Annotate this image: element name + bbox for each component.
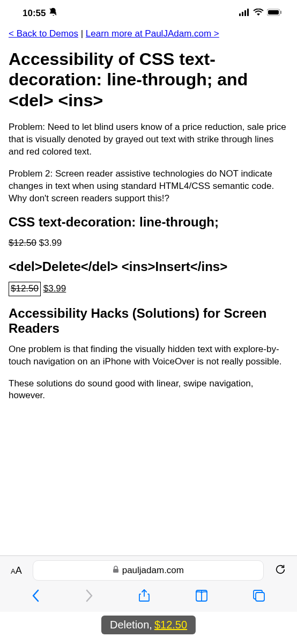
browser-toolbar [5,581,292,608]
forward-button[interactable] [80,586,98,608]
page-title: Accessibility of CSS text-decoration: li… [9,49,288,111]
hacks-p1: One problem is that finding the visually… [9,343,288,368]
svg-rect-8 [113,569,118,573]
back-to-demos-link[interactable]: < Back to Demos [9,28,78,39]
old-price-1: $12.50 [9,238,36,248]
status-bar: 10:55 [0,0,297,23]
text-size-button[interactable]: AA [5,562,27,580]
address-bar[interactable]: pauljadam.com [33,560,264,581]
svg-rect-3 [244,10,246,16]
svg-rect-6 [268,10,279,14]
problem-2-text: Problem 2: Screen reader assistive techn… [9,168,288,205]
new-price-1: $3.99 [39,238,62,248]
url-domain: pauljadam.com [122,565,184,576]
status-right [239,8,282,19]
price-row-1: $12.50 $3.99 [9,237,288,250]
breadcrumb: < Back to Demos | Learn more at PaulJAda… [9,28,288,39]
section-css-line-through: CSS text-decoration: line-through; [9,215,288,230]
caption-value: $12.50 [154,619,187,631]
tabs-button[interactable] [248,587,270,607]
lock-icon [113,565,119,576]
voiceover-caption: Deletion, $12.50 [101,616,196,634]
learn-more-link[interactable]: Learn more at PaulJAdam.com > [86,28,219,39]
wifi-icon [253,8,264,19]
svg-rect-1 [239,13,241,16]
section-del-ins: <del>Delete</del> <ins>Insert</ins> [9,259,288,274]
caption-prefix: Deletion, [110,619,152,631]
status-time: 10:55 [23,8,46,19]
svg-rect-4 [247,9,249,16]
share-button[interactable] [133,587,155,607]
bell-off-icon [49,8,57,19]
back-button[interactable] [27,586,45,608]
page-content: < Back to Demos | Learn more at PaulJAda… [0,23,297,560]
svg-rect-2 [242,12,243,16]
price-row-2: $12.50 $3.99 [9,282,288,296]
browser-chrome: AA pauljadam.com [0,555,297,612]
section-accessibility-hacks: Accessibility Hacks (Solutions) for Scre… [9,306,288,336]
refresh-button[interactable] [269,560,292,581]
hacks-p2: These solutions do sound good with linea… [9,378,288,402]
separator: | [78,28,86,39]
url-row: AA pauljadam.com [5,560,292,581]
new-price-2: $3.99 [43,283,66,294]
problem-1-text: Problem: Need to let blind users know of… [9,121,288,158]
old-price-2-selected[interactable]: $12.50 [9,282,41,296]
svg-rect-7 [280,11,281,14]
bookmarks-button[interactable] [190,587,213,607]
svg-rect-9 [256,592,264,601]
signal-icon [239,8,250,19]
battery-icon [267,8,282,19]
status-left: 10:55 [23,8,57,19]
